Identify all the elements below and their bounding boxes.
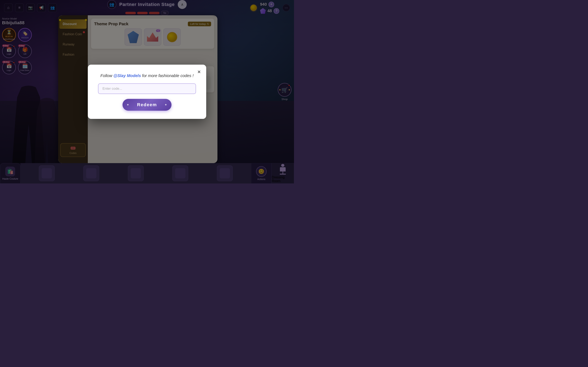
code-input-container: [98, 83, 196, 94]
modal-message-post: for more fashionable codes !: [141, 73, 194, 78]
code-input-field[interactable]: [98, 83, 196, 94]
code-redemption-modal: × Follow @Slay Models for more fashionab…: [88, 65, 206, 119]
redeem-button[interactable]: Redeem: [122, 99, 172, 111]
modal-overlay: × Follow @Slay Models for more fashionab…: [0, 0, 294, 184]
modal-close-button[interactable]: ×: [195, 68, 203, 76]
modal-message-pre: Follow: [100, 73, 113, 78]
modal-message: Follow @Slay Models for more fashionable…: [100, 73, 194, 78]
social-handle: @Slay Models: [113, 73, 141, 78]
